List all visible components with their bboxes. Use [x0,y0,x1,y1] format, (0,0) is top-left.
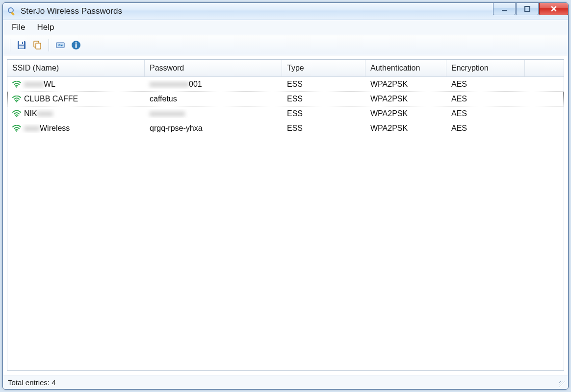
maximize-icon [524,5,531,12]
svg-rect-10 [56,43,64,48]
save-button[interactable] [14,38,29,52]
svg-point-0 [8,8,13,13]
window-title: SterJo Wireless Passwords [21,6,122,16]
cell-encryption: AES [446,109,525,118]
toolbar-separator [10,39,10,51]
cell-encryption: AES [446,95,525,103]
app-window: SterJo Wireless Passwords File Help [2,2,569,390]
column-header-password[interactable]: Password [145,60,282,76]
cell-encryption: AES [446,124,525,133]
menubar: File Help [3,20,568,35]
info-icon [71,40,81,50]
cell-ssid: xxxxWireless [7,124,145,133]
svg-rect-7 [19,46,24,49]
close-icon [550,5,557,12]
column-header-type[interactable]: Type [282,60,365,76]
cell-authentication: WPA2PSK [365,95,446,103]
cell-type: ESS [282,95,365,103]
cell-type: ESS [282,124,365,133]
svg-rect-9 [36,43,41,49]
svg-rect-3 [525,6,530,11]
statusbar: Total entries: 4 [3,375,568,389]
cell-encryption: AES [446,80,525,89]
menu-help[interactable]: Help [31,20,60,35]
save-icon [16,40,27,50]
table-row[interactable]: CLUBB CAFFEcaffetusESSWPA2PSKAES [7,92,564,106]
refresh-button[interactable] [53,38,68,52]
wifi-icon [12,96,21,102]
column-header-ssid[interactable]: SSID (Name) [7,60,145,76]
cell-ssid: xxxxxWL [7,80,145,89]
svg-point-18 [16,130,18,132]
svg-rect-5 [19,41,24,45]
svg-rect-14 [76,44,77,48]
app-icon [7,6,17,16]
column-header-encryption[interactable]: Encryption [446,60,525,76]
cell-password: xxxxxxxxx [145,109,282,118]
refresh-icon [55,40,66,50]
listview-body[interactable]: xxxxxWLxxxxxxxxxx001ESSWPA2PSKAESCLUBB C… [7,77,564,370]
wifi-icon [12,125,21,132]
column-header-authentication[interactable]: Authentication [365,60,446,76]
cell-authentication: WPA2PSK [365,80,446,89]
svg-point-16 [16,101,18,102]
status-text: Total entries: 4 [8,378,56,387]
menu-file[interactable]: File [6,20,31,35]
listview-header: SSID (Name) Password Type Authentication… [7,60,564,77]
toolbar [3,35,568,55]
svg-point-15 [16,86,18,88]
cell-ssid: NIKxxxx [7,109,145,118]
copy-button[interactable] [30,38,45,52]
titlebar: SterJo Wireless Passwords [3,3,568,20]
cell-type: ESS [282,109,365,118]
toolbar-separator [49,39,49,51]
table-row[interactable]: NIKxxxxxxxxxxxxxESSWPA2PSKAES [7,106,564,121]
cell-ssid: CLUBB CAFFE [7,95,145,103]
svg-rect-2 [502,10,507,11]
listview: SSID (Name) Password Type Authentication… [7,59,564,371]
svg-rect-6 [22,42,23,44]
close-button[interactable] [539,2,569,15]
cell-authentication: WPA2PSK [365,109,446,118]
minimize-button[interactable] [493,2,516,15]
maximize-button[interactable] [516,2,539,15]
cell-authentication: WPA2PSK [365,124,446,133]
about-button[interactable] [69,38,83,52]
minimize-icon [501,5,508,12]
cell-password: qrgq-rpse-yhxa [145,124,282,133]
cell-password: xxxxxxxxxx001 [145,80,282,89]
resize-grip[interactable] [559,381,566,388]
svg-point-13 [75,42,77,44]
svg-point-17 [16,116,18,117]
cell-type: ESS [282,80,365,89]
window-controls [493,3,568,20]
wifi-icon [12,81,21,88]
table-row[interactable]: xxxxxWLxxxxxxxxxx001ESSWPA2PSKAES [7,77,564,92]
table-row[interactable]: xxxxWirelessqrgq-rpse-yhxaESSWPA2PSKAES [7,121,564,136]
wifi-icon [12,110,21,117]
cell-password: caffetus [145,95,282,103]
copy-icon [32,40,43,50]
